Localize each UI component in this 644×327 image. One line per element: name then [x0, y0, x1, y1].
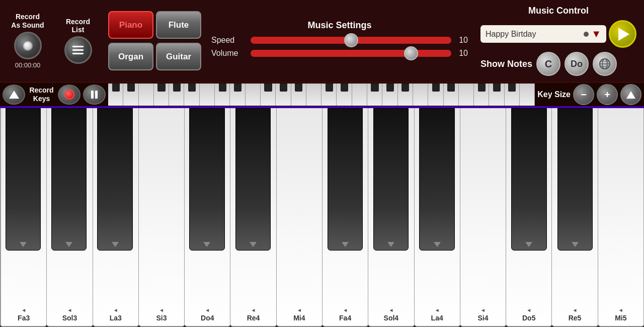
volume-slider-track[interactable]	[251, 50, 451, 57]
volume-slider-row: Volume 10	[211, 49, 468, 58]
black-key-arrow-icon	[250, 242, 257, 247]
top-bar: RecordAs Sound 00:00:00 RecordList Piano…	[0, 0, 644, 83]
white-key-label: Re4	[247, 314, 260, 322]
mini-key[interactable]	[413, 84, 428, 106]
mini-key[interactable]	[169, 84, 184, 106]
globe-notes-button[interactable]	[593, 52, 617, 76]
music-control-title: Music Control	[480, 6, 636, 16]
white-key-arrow-icon: ◄	[159, 307, 164, 313]
record-list-section: RecordList	[55, 18, 101, 64]
white-key-label: Si4	[477, 314, 488, 322]
mini-key[interactable]	[337, 84, 352, 106]
record-keys-button[interactable]	[58, 85, 80, 105]
white-key-si4[interactable]: ◄ Si4	[460, 108, 506, 327]
mini-key[interactable]	[215, 84, 230, 106]
white-key-arrow-icon: ◄	[113, 307, 118, 313]
mini-key[interactable]	[261, 84, 276, 106]
speed-label: Speed	[211, 36, 247, 45]
mini-key[interactable]	[444, 84, 459, 106]
mini-key[interactable]	[382, 84, 397, 106]
music-control-section: Music Control Happy Birtday ▼ Show Notes…	[478, 3, 639, 78]
black-key-8[interactable]	[511, 108, 546, 251]
key-size-decrease-button[interactable]: −	[573, 84, 594, 105]
mini-key[interactable]	[230, 84, 245, 106]
key-size-up-button[interactable]	[620, 84, 641, 105]
note-do-button[interactable]: Do	[565, 52, 589, 76]
black-key-3[interactable]	[189, 108, 224, 251]
black-key-6[interactable]	[373, 108, 409, 251]
piano-area: ◄ Fa3 ◄ Sol3 ◄ La3 ◄ Si3 ◄ Do4 ◄ Re4 ◄ M…	[0, 108, 644, 327]
up-arrow-icon	[9, 91, 19, 99]
black-key-1[interactable]	[51, 108, 87, 251]
up-arrow-icon	[626, 91, 635, 99]
black-key-2[interactable]	[97, 108, 132, 251]
mini-key[interactable]	[246, 84, 261, 106]
speed-slider-track[interactable]	[251, 37, 451, 44]
flute-button[interactable]: Flute	[156, 11, 201, 39]
mini-key[interactable]	[108, 84, 123, 106]
mini-key[interactable]	[276, 84, 291, 106]
black-key-9[interactable]	[557, 108, 593, 251]
song-selector[interactable]: Happy Birtday ▼	[480, 25, 606, 43]
mini-key[interactable]	[291, 84, 306, 106]
mini-key[interactable]	[505, 84, 520, 106]
black-key-0[interactable]	[6, 108, 41, 251]
note-c-button[interactable]: C	[536, 52, 560, 76]
key-size-increase-button[interactable]: +	[597, 84, 618, 105]
mini-key[interactable]	[428, 84, 443, 106]
mini-key[interactable]	[200, 84, 215, 106]
song-dot	[584, 32, 589, 37]
mini-keyboard-strip[interactable]	[108, 84, 535, 106]
black-key-7[interactable]	[419, 108, 454, 251]
white-key-mi4[interactable]: ◄ Mi4	[277, 108, 323, 327]
mini-key[interactable]	[352, 84, 367, 106]
white-key-arrow-icon: ◄	[618, 307, 623, 313]
record-list-button[interactable]	[64, 36, 92, 64]
pause-icon	[91, 91, 98, 99]
black-key-arrow-icon	[342, 242, 349, 247]
mini-key[interactable]	[154, 84, 169, 106]
piano-button[interactable]: Piano	[108, 11, 153, 39]
mini-key[interactable]	[139, 84, 154, 106]
white-key-label: Sol4	[384, 314, 399, 322]
show-notes-row: Show Notes C Do	[480, 52, 636, 76]
mini-key[interactable]	[459, 84, 474, 106]
organ-button[interactable]: Organ	[108, 43, 153, 70]
white-key-label: La4	[431, 314, 443, 322]
mini-white-keys	[108, 84, 535, 106]
white-key-label: La3	[110, 314, 122, 322]
mini-key[interactable]	[123, 84, 138, 106]
mini-key[interactable]	[489, 84, 504, 106]
mini-key[interactable]	[474, 84, 489, 106]
black-key-arrow-icon	[525, 242, 532, 247]
mini-key[interactable]	[306, 84, 321, 106]
white-key-si3[interactable]: ◄ Si3	[139, 108, 185, 327]
record-as-sound-label: RecordAs Sound	[11, 13, 44, 30]
black-key-4[interactable]	[235, 108, 271, 251]
mini-key[interactable]	[184, 84, 199, 106]
speed-slider-knob[interactable]	[344, 33, 358, 47]
record-as-sound-button[interactable]	[14, 32, 42, 59]
white-key-arrow-icon: ◄	[297, 307, 302, 313]
white-key-arrow-icon: ◄	[343, 307, 348, 313]
volume-slider-knob[interactable]	[404, 46, 418, 60]
black-key-arrow-icon	[65, 242, 72, 247]
mini-key[interactable]	[520, 84, 535, 106]
white-key-label: Re5	[569, 314, 582, 322]
white-key-label: Do5	[522, 314, 535, 322]
instrument-row: Piano Flute	[108, 11, 201, 39]
white-key-arrow-icon: ◄	[526, 307, 531, 313]
music-settings-title: Music Settings	[307, 20, 371, 31]
record-keys-label: RecordKeys	[28, 86, 55, 103]
mini-key[interactable]	[398, 84, 413, 106]
scroll-up-button[interactable]	[3, 85, 25, 105]
pause-button[interactable]	[83, 85, 106, 105]
dropdown-arrow-icon: ▼	[591, 28, 601, 40]
black-key-5[interactable]	[328, 108, 363, 251]
white-key-mi5[interactable]: ◄ Mi5	[598, 108, 644, 327]
guitar-button[interactable]: Guitar	[156, 43, 201, 70]
mini-key[interactable]	[367, 84, 382, 106]
keyboard-bar: RecordKeys	[0, 83, 644, 108]
play-button[interactable]	[609, 20, 636, 48]
mini-key[interactable]	[321, 84, 337, 106]
